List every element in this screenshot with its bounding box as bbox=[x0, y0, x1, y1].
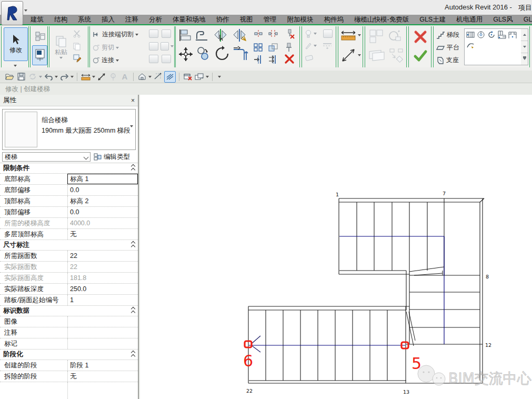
unjoin-button[interactable] bbox=[160, 42, 174, 51]
lightbulb-button[interactable] bbox=[305, 29, 317, 38]
trim-extend-button[interactable] bbox=[233, 45, 248, 63]
cut-geometry-caret[interactable] bbox=[116, 47, 119, 49]
sync-caret[interactable] bbox=[39, 76, 42, 78]
property-value[interactable]: 无 bbox=[67, 229, 138, 240]
tab-annotate[interactable]: 注释 bbox=[120, 15, 144, 24]
create-sketch-icon[interactable] bbox=[466, 41, 475, 49]
override-graphics-button[interactable] bbox=[322, 42, 333, 51]
family-types-button[interactable] bbox=[32, 45, 47, 65]
edit-type-button[interactable]: 编辑类型 bbox=[94, 153, 130, 162]
move-button[interactable] bbox=[178, 46, 194, 64]
property-value[interactable]: 250.0 bbox=[67, 284, 138, 294]
paste-caret[interactable] bbox=[59, 57, 63, 59]
measure-qat-button[interactable] bbox=[81, 72, 91, 82]
l-winder-icon[interactable] bbox=[498, 31, 506, 39]
properties-close-icon[interactable]: × bbox=[131, 97, 135, 104]
property-value[interactable] bbox=[67, 338, 138, 349]
section-button[interactable] bbox=[153, 72, 163, 82]
property-value[interactable] bbox=[67, 327, 138, 338]
cut-geometry-button[interactable]: 剪切 bbox=[93, 43, 119, 52]
cut-button[interactable] bbox=[73, 29, 81, 39]
type-selector-caret[interactable] bbox=[130, 125, 133, 127]
switch-windows-button[interactable] bbox=[194, 72, 205, 82]
save-button[interactable] bbox=[16, 72, 26, 82]
property-value[interactable] bbox=[67, 316, 138, 327]
tab-gls-wind[interactable]: GLS风 bbox=[488, 15, 518, 24]
tab-systems[interactable]: 系统 bbox=[73, 15, 96, 24]
displace-elements-button[interactable] bbox=[323, 29, 333, 38]
property-value[interactable]: 无 bbox=[67, 371, 138, 382]
property-value[interactable]: 阶段 1 bbox=[67, 360, 138, 371]
tab-insert[interactable]: 插入 bbox=[96, 15, 120, 24]
property-value[interactable]: 0.0 bbox=[67, 207, 138, 217]
paste-button[interactable]: 粘贴 bbox=[53, 28, 69, 64]
delete-button[interactable] bbox=[284, 54, 295, 66]
full-step-spiral-icon[interactable] bbox=[477, 31, 485, 39]
split-face-button[interactable] bbox=[149, 42, 158, 51]
select-panel-flyout-caret[interactable] bbox=[14, 65, 17, 67]
tab-architecture[interactable]: 建筑 bbox=[25, 15, 49, 24]
section-identity-data[interactable]: 标识数据 bbox=[0, 306, 138, 316]
properties-title-bar[interactable]: 属性 × bbox=[0, 95, 138, 106]
create-group-button[interactable] bbox=[368, 28, 384, 46]
cancel-stair-button[interactable] bbox=[413, 29, 428, 46]
application-menu-button[interactable] bbox=[1, 1, 23, 25]
undo-button[interactable] bbox=[43, 72, 54, 82]
wall-joins-button[interactable] bbox=[149, 29, 158, 38]
demolish-button[interactable] bbox=[162, 29, 171, 38]
aligned-dimension-button[interactable] bbox=[340, 47, 361, 63]
text-button[interactable]: A bbox=[119, 72, 130, 82]
tab-mep-common[interactable]: 机电通用 bbox=[451, 15, 488, 24]
application-menu-caret[interactable] bbox=[24, 9, 27, 12]
tab-structure[interactable]: 结构 bbox=[49, 15, 73, 24]
tag-button[interactable]: 1 bbox=[108, 72, 118, 82]
pin-button[interactable] bbox=[285, 42, 293, 54]
switch-windows-caret[interactable] bbox=[206, 76, 209, 78]
tab-analyze[interactable]: 分析 bbox=[144, 15, 167, 24]
property-value[interactable]: 标高 1 bbox=[67, 174, 138, 184]
gallery-expand[interactable] bbox=[521, 53, 528, 65]
array-button[interactable] bbox=[254, 43, 263, 53]
join-end-cut-button[interactable]: 连接端切割 bbox=[93, 30, 138, 39]
join-geometry-button[interactable]: 连接 bbox=[93, 56, 119, 65]
tab-collaborate[interactable]: 协作 bbox=[211, 15, 235, 24]
measure-button[interactable] bbox=[340, 29, 361, 41]
tab-addins[interactable]: 附加模块 bbox=[282, 15, 319, 24]
measure-caret[interactable] bbox=[358, 34, 361, 36]
copy-element-button[interactable] bbox=[196, 46, 210, 63]
default-3d-view-button[interactable] bbox=[137, 72, 147, 82]
linework-button[interactable] bbox=[305, 42, 317, 49]
run-tool[interactable]: 梯段 bbox=[436, 31, 459, 39]
measure-qat-caret[interactable] bbox=[92, 76, 95, 78]
undo-caret[interactable] bbox=[55, 76, 58, 78]
drawing-area[interactable]: 1 7 8 12 22 13 6 5 bbox=[140, 95, 532, 399]
tab-view[interactable]: 视图 bbox=[235, 15, 258, 24]
section-phasing[interactable]: 阶段化 bbox=[0, 350, 138, 360]
landing-tool[interactable]: 平台 bbox=[436, 43, 459, 52]
tab-component-dock[interactable]: 构件坞 bbox=[319, 15, 349, 24]
tab-glsquickmodel[interactable]: 橄榄山快模-免费版 bbox=[349, 15, 414, 24]
section-constraints[interactable]: 限制条件 bbox=[0, 163, 138, 174]
aligned-dim-qat-button[interactable] bbox=[96, 72, 107, 82]
dimension-caret[interactable] bbox=[358, 54, 361, 56]
rotate-button[interactable] bbox=[214, 45, 230, 64]
center-ends-spiral-icon[interactable] bbox=[487, 31, 496, 39]
element-filter-combo[interactable]: 楼梯 bbox=[2, 152, 91, 162]
property-value[interactable]: 标高 2 bbox=[67, 196, 138, 206]
match-type-button[interactable] bbox=[73, 54, 82, 65]
hide-elements-button[interactable] bbox=[305, 54, 315, 64]
type-selector[interactable]: 组合楼梯 190mm 最大踢面 250mm 梯段 bbox=[2, 109, 136, 150]
property-value[interactable]: 0.0 bbox=[67, 185, 138, 195]
support-tool[interactable]: 支座 bbox=[436, 56, 459, 65]
straight-run-icon[interactable] bbox=[466, 31, 475, 39]
gallery-scroll-up[interactable] bbox=[521, 29, 528, 41]
split-element-button[interactable] bbox=[254, 29, 263, 39]
pick-new-host-button[interactable] bbox=[388, 47, 404, 65]
split-with-gap-button[interactable] bbox=[268, 29, 278, 39]
qat-customize-caret[interactable] bbox=[218, 76, 221, 78]
tab-massing-site[interactable]: 体量和场地 bbox=[167, 15, 211, 24]
thin-lines-button[interactable] bbox=[164, 71, 176, 83]
properties-palette-button[interactable] bbox=[32, 28, 47, 44]
tab-gls-water[interactable]: GLS水 bbox=[518, 15, 532, 24]
modify-tool-button[interactable]: 修改 bbox=[4, 27, 28, 61]
